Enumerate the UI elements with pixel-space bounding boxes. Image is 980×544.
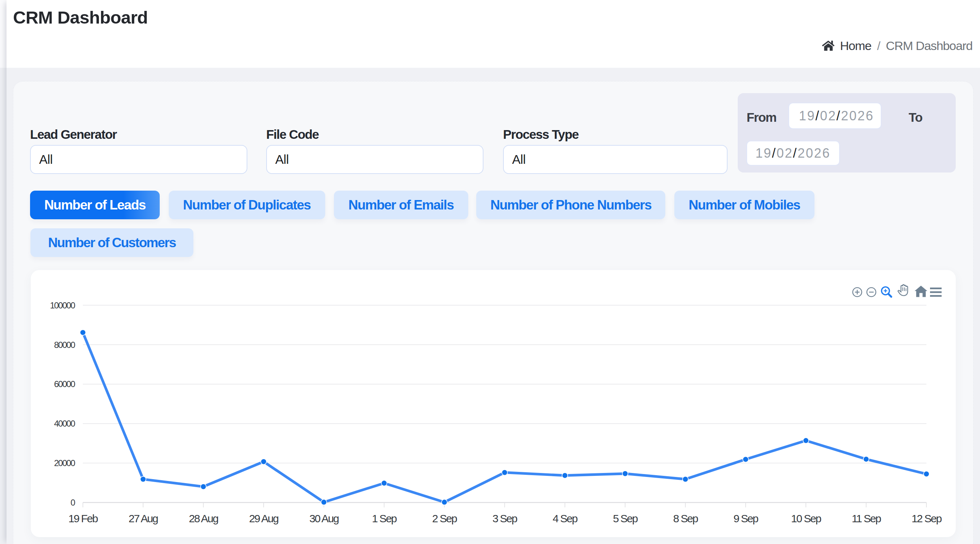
svg-text:40000: 40000	[54, 419, 75, 428]
svg-text:100000: 100000	[50, 300, 75, 310]
svg-text:0: 0	[71, 498, 75, 507]
svg-text:30 Aug: 30 Aug	[309, 512, 339, 525]
svg-text:27 Aug: 27 Aug	[129, 512, 158, 525]
svg-text:10 Sep: 10 Sep	[791, 512, 821, 525]
svg-text:12 Sep: 12 Sep	[912, 512, 942, 525]
svg-text:1 Sep: 1 Sep	[372, 512, 397, 525]
svg-text:9 Sep: 9 Sep	[733, 512, 758, 525]
svg-text:2 Sep: 2 Sep	[432, 512, 457, 525]
svg-text:5 Sep: 5 Sep	[613, 512, 638, 525]
svg-text:29 Aug: 29 Aug	[249, 512, 278, 525]
svg-text:11 Sep: 11 Sep	[852, 512, 881, 525]
svg-text:19 Feb: 19 Feb	[68, 512, 98, 525]
svg-text:20000: 20000	[54, 458, 75, 468]
svg-text:8 Sep: 8 Sep	[673, 512, 698, 525]
svg-text:4 Sep: 4 Sep	[553, 512, 578, 525]
svg-text:60000: 60000	[54, 379, 75, 389]
svg-text:80000: 80000	[54, 340, 75, 350]
svg-text:28 Aug: 28 Aug	[189, 512, 218, 525]
svg-text:3 Sep: 3 Sep	[493, 512, 517, 525]
